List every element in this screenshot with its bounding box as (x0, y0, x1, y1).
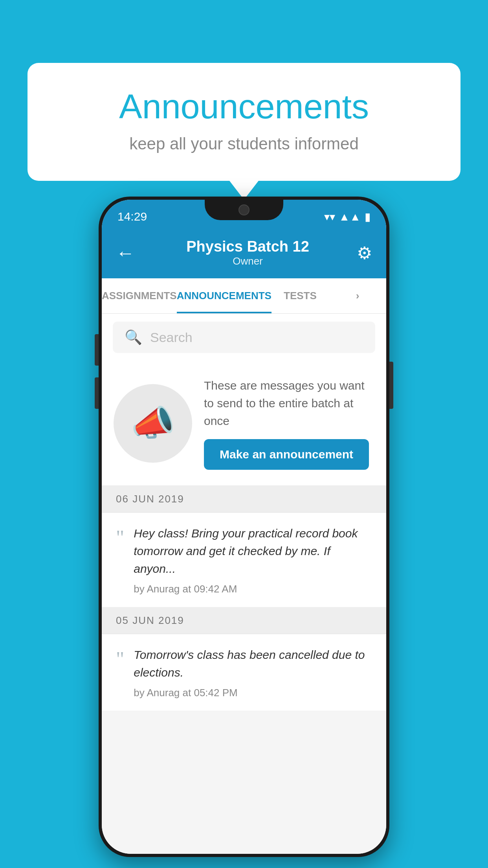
header-role: Owner (139, 255, 357, 267)
announcement-meta-1: by Anurag at 05:42 PM (134, 687, 372, 699)
settings-button[interactable]: ⚙ (357, 243, 372, 263)
date-divider-1: 05 JUN 2019 (102, 607, 386, 634)
tab-assignments[interactable]: ASSIGNMENTS (102, 278, 177, 313)
announcement-content-1: Tomorrow's class has been cancelled due … (134, 646, 372, 699)
search-placeholder: Search (150, 330, 193, 345)
battery-icon: ▮ (365, 210, 371, 223)
phone-content: 🔍 Search 📣 These are messages you want t… (102, 314, 386, 854)
signal-icon: ▲▲ (339, 211, 361, 223)
phone-screen: 14:29 ▾▾ ▲▲ ▮ ← Physics Batch 12 Owner ⚙ (102, 200, 386, 854)
batch-name: Physics Batch 12 (139, 238, 357, 255)
wifi-icon: ▾▾ (324, 210, 335, 223)
megaphone-icon: 📣 (131, 403, 175, 444)
announcement-content-0: Hey class! Bring your practical record b… (134, 524, 372, 595)
header-title-area: Physics Batch 12 Owner (139, 238, 357, 267)
speech-bubble-container: Announcements keep all your students inf… (28, 63, 460, 181)
promo-icon-circle: 📣 (114, 384, 192, 463)
tab-tests[interactable]: TESTS (272, 278, 329, 313)
status-time: 14:29 (117, 210, 147, 223)
search-icon: 🔍 (125, 329, 142, 346)
promo-description: These are messages you want to send to t… (204, 377, 374, 430)
status-icons: ▾▾ ▲▲ ▮ (324, 210, 371, 223)
speech-bubble-title: Announcements (59, 86, 429, 127)
back-button[interactable]: ← (116, 242, 135, 264)
tab-announcements[interactable]: ANNOUNCEMENTS (177, 278, 272, 313)
speech-bubble-subtitle: keep all your students informed (59, 134, 429, 153)
phone-notch (205, 200, 283, 220)
promo-content: These are messages you want to send to t… (204, 377, 374, 470)
tab-more[interactable]: › (329, 278, 386, 313)
tab-bar: ASSIGNMENTS ANNOUNCEMENTS TESTS › (102, 278, 386, 314)
announcement-promo: 📣 These are messages you want to send to… (102, 361, 386, 486)
announcement-text-0: Hey class! Bring your practical record b… (134, 524, 372, 577)
make-announcement-button[interactable]: Make an announcement (204, 439, 369, 470)
volume-down-button (95, 377, 99, 409)
announcement-text-1: Tomorrow's class has been cancelled due … (134, 646, 372, 681)
date-divider-0: 06 JUN 2019 (102, 486, 386, 513)
quote-icon-0: " (116, 528, 124, 548)
announcement-item-0[interactable]: " Hey class! Bring your practical record… (102, 513, 386, 607)
volume-up-button (95, 334, 99, 366)
app-header: ← Physics Batch 12 Owner ⚙ (102, 227, 386, 278)
quote-icon-1: " (116, 649, 124, 669)
phone-container: 14:29 ▾▾ ▲▲ ▮ ← Physics Batch 12 Owner ⚙ (99, 197, 389, 857)
search-container: 🔍 Search (102, 314, 386, 361)
phone-outer: 14:29 ▾▾ ▲▲ ▮ ← Physics Batch 12 Owner ⚙ (99, 197, 389, 857)
search-bar[interactable]: 🔍 Search (113, 322, 375, 353)
announcement-item-1[interactable]: " Tomorrow's class has been cancelled du… (102, 634, 386, 711)
power-button (389, 362, 393, 409)
announcement-meta-0: by Anurag at 09:42 AM (134, 583, 372, 595)
phone-camera (238, 204, 250, 215)
speech-bubble: Announcements keep all your students inf… (28, 63, 460, 181)
